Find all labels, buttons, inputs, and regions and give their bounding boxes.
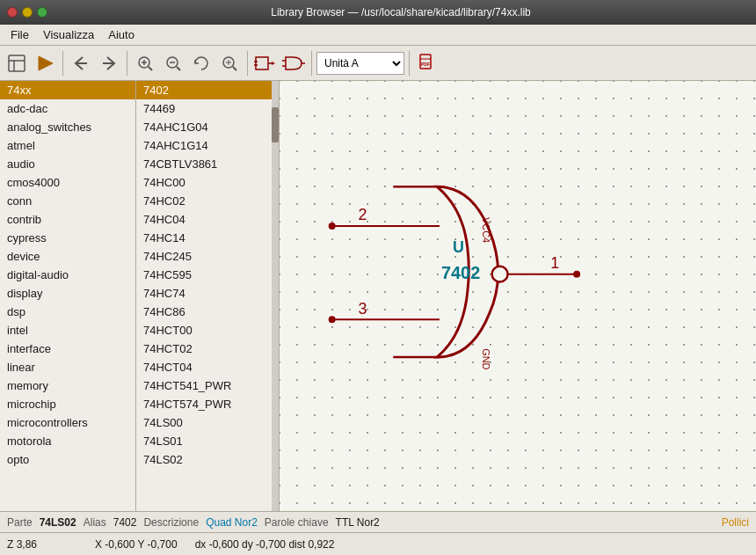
zoom-reset-icon[interactable] <box>188 50 214 77</box>
component-item-74LS01[interactable]: 74LS01 <box>136 432 272 450</box>
library-item-digital-audio[interactable]: digital-audio <box>0 266 135 284</box>
alias-header: Alias <box>84 516 106 529</box>
toolbar: Unità A PDF <box>0 46 756 81</box>
maximize-button[interactable] <box>37 7 47 18</box>
units-label: Pollici <box>722 516 749 529</box>
svg-point-36 <box>492 267 508 282</box>
library-item-memory[interactable]: memory <box>0 376 135 395</box>
component-item-74HC02[interactable]: 74HC02 <box>136 192 272 210</box>
library-item-cypress[interactable]: cypress <box>0 229 135 247</box>
component-item-74HCT04[interactable]: 74HCT04 <box>136 358 272 376</box>
library-item-adc-dac[interactable]: adc-dac <box>0 99 135 118</box>
library-item-contrib[interactable]: contrib <box>0 210 135 229</box>
library-item-conn[interactable]: conn <box>0 192 135 210</box>
library-item-intel[interactable]: intel <box>0 321 135 340</box>
schematic-canvas[interactable]: 2 3 1 VCC4 GND U 7402 <box>280 81 756 511</box>
library-item-device[interactable]: device <box>0 247 135 266</box>
unit-select-dropdown[interactable]: Unità A <box>316 52 404 75</box>
library-item-atmel[interactable]: atmel <box>0 136 135 155</box>
svg-line-9 <box>149 67 152 70</box>
forward-icon[interactable] <box>96 50 122 77</box>
library-item-interface[interactable]: interface <box>0 340 135 358</box>
svg-text:U: U <box>453 238 464 256</box>
library-item-opto[interactable]: opto <box>0 450 135 469</box>
svg-text:7402: 7402 <box>441 263 480 282</box>
svg-point-38 <box>573 271 580 278</box>
component-item-74HC595[interactable]: 74HC595 <box>136 266 272 284</box>
menu-aiuto[interactable]: Aiuto <box>101 26 142 43</box>
component-scroll-thumb[interactable] <box>272 107 279 142</box>
svg-rect-17 <box>256 57 268 69</box>
part-header: Parte <box>7 516 33 529</box>
component-item-74HCT541_PWR[interactable]: 74HCT541_PWR <box>136 376 272 395</box>
menu-visualizza[interactable]: Visualizza <box>36 26 101 43</box>
component-item-74AHC1G04[interactable]: 74AHC1G04 <box>136 118 272 136</box>
svg-line-12 <box>177 67 180 70</box>
component-item-74HCT574_PWR[interactable]: 74HCT574_PWR <box>136 395 272 413</box>
close-button[interactable] <box>7 7 18 18</box>
pdf-icon[interactable]: PDF <box>414 50 440 77</box>
part-value: 74LS02 <box>40 516 76 529</box>
library-item-audio[interactable]: audio <box>0 155 135 173</box>
zoom-fit-icon[interactable] <box>216 50 243 77</box>
component-panel-wrapper: 7402 74469 74AHC1G04 74AHC1G14 74CBTLV38… <box>136 81 280 511</box>
back-icon[interactable] <box>68 50 94 77</box>
library-item-display[interactable]: display <box>0 284 135 303</box>
desc-value: Quad Nor2 <box>206 516 258 529</box>
library-item-linear[interactable]: linear <box>0 358 135 376</box>
library-panel[interactable]: 74xx adc-dac analog_switches atmel audio… <box>0 81 136 511</box>
svg-point-31 <box>329 223 336 230</box>
component-item-74HCT00[interactable]: 74HCT00 <box>136 321 272 340</box>
component-item-74HC245[interactable]: 74HC245 <box>136 247 272 266</box>
titlebar: Library Browser — /usr/local/share/kicad… <box>0 0 756 25</box>
browse-icon[interactable] <box>4 50 30 77</box>
svg-rect-0 <box>9 55 25 71</box>
infobar: Parte 74LS02 Alias 7402 Descrizione Quad… <box>0 511 756 532</box>
desc-header: Descrizione <box>143 516 199 529</box>
svg-marker-3 <box>39 56 53 70</box>
menubar: File Visualizza Aiuto <box>0 25 756 46</box>
component-scrollbar[interactable] <box>272 81 279 511</box>
window-title: Library Browser — /usr/local/share/kicad… <box>53 6 749 18</box>
keywords-header: Parole chiave <box>265 516 329 529</box>
unit-selector[interactable]: Unità A <box>316 52 404 75</box>
status-xy: X -0,600 Y -0,700 <box>95 538 178 551</box>
keywords-value: TTL Nor2 <box>336 516 380 529</box>
component-item-74HC86[interactable]: 74HC86 <box>136 303 272 321</box>
component-icon[interactable] <box>252 50 279 77</box>
component-item-74LS00[interactable]: 74LS00 <box>136 413 272 432</box>
library-item-cmos4000[interactable]: cmos4000 <box>0 173 135 192</box>
library-item-microcontrollers[interactable]: microcontrollers <box>0 413 135 432</box>
component-item-74AHC1G14[interactable]: 74AHC1G14 <box>136 136 272 155</box>
component-item-74LS02[interactable]: 74LS02 <box>136 450 272 469</box>
svg-text:GND: GND <box>481 348 491 369</box>
component-item-74CBTLV3861[interactable]: 74CBTLV3861 <box>136 155 272 173</box>
library-item-74xx[interactable]: 74xx <box>0 81 135 99</box>
component-panel[interactable]: 7402 74469 74AHC1G04 74AHC1G14 74CBTLV38… <box>136 81 272 511</box>
library-item-motorola[interactable]: motorola <box>0 432 135 450</box>
component-item-7402[interactable]: 7402 <box>136 81 272 99</box>
component-item-74HC14[interactable]: 74HC14 <box>136 229 272 247</box>
alias-value: 7402 <box>113 516 137 529</box>
svg-text:2: 2 <box>359 206 367 223</box>
menu-file[interactable]: File <box>4 26 36 43</box>
component-item-74HC00[interactable]: 74HC00 <box>136 173 272 192</box>
svg-point-34 <box>329 316 336 323</box>
window-controls[interactable] <box>7 7 47 18</box>
statusbar: Z 3,86 X -0,600 Y -0,700 dx -0,600 dy -0… <box>0 532 756 555</box>
library-item-analog-switches[interactable]: analog_switches <box>0 118 135 136</box>
component-item-74469[interactable]: 74469 <box>136 99 272 118</box>
component-item-74HCT02[interactable]: 74HCT02 <box>136 340 272 358</box>
gate-icon[interactable] <box>280 50 307 77</box>
zoom-out-icon[interactable] <box>160 50 186 77</box>
component-item-74HC04[interactable]: 74HC04 <box>136 210 272 229</box>
svg-text:1: 1 <box>550 254 559 272</box>
minimize-button[interactable] <box>22 7 33 18</box>
zoom-in-icon[interactable] <box>132 50 158 77</box>
component-item-74HC74[interactable]: 74HC74 <box>136 284 272 303</box>
library-item-dsp[interactable]: dsp <box>0 303 135 321</box>
library-item-microchip[interactable]: microchip <box>0 395 135 413</box>
toolbar-separator-3 <box>247 51 248 76</box>
toolbar-separator-1 <box>62 51 63 76</box>
run-icon[interactable] <box>32 50 58 77</box>
